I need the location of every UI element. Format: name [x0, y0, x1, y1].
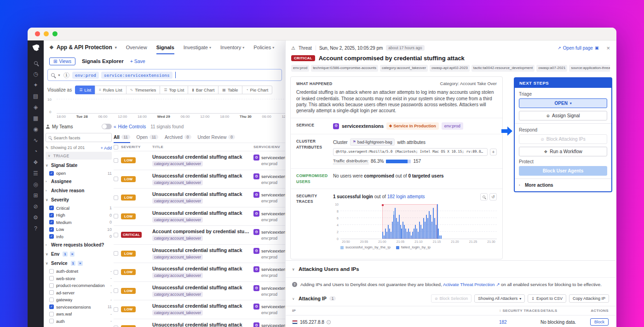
facet-item-open[interactable]: ✓open11 — [46, 170, 112, 177]
checkbox[interactable]: ✓ — [49, 171, 54, 176]
signals-tab-archived[interactable]: Archived0 — [165, 132, 191, 143]
facet-filter-count-badge[interactable]: 1 — [63, 252, 67, 257]
env-chip[interactable]: env:prod — [442, 122, 463, 130]
activate-threat-protection-link[interactable]: Activate Threat Protection ↗ — [443, 282, 500, 287]
signals-tab-open[interactable]: Open11 — [137, 132, 158, 143]
tag-chip[interactable]: category:account_takeover — [380, 65, 428, 72]
category-chip[interactable]: category:account_takeover — [152, 254, 203, 260]
assign-signal-button[interactable]: ⊕ Assign Signal — [519, 111, 607, 120]
row-checkbox[interactable] — [114, 270, 118, 275]
checkbox[interactable]: ✓ — [49, 206, 54, 210]
signal-row[interactable]: LOWUnsuccessful credential stuffing atta… — [114, 282, 294, 301]
signal-row[interactable]: LOWUnsuccessful credential stuffing atta… — [114, 319, 294, 327]
signals-tab-all[interactable]: All11 — [114, 132, 130, 143]
metrics-icon[interactable]: ▤ — [31, 92, 40, 100]
facet-group-signal-state[interactable]: ∨Signal State — [46, 161, 112, 170]
login-attempts-link[interactable]: 182 login attempts — [387, 194, 425, 200]
traces-chart[interactable]: 0246810 20:5020:5521:0021:0521:1021:1521… — [333, 204, 497, 244]
tab-signals[interactable]: Signals — [156, 40, 174, 54]
row-checkbox[interactable] — [114, 251, 118, 256]
facet-item-high[interactable]: ✓High0 — [46, 212, 112, 219]
signal-row[interactable]: LOWUnsuccessful credential stuffing atta… — [114, 151, 294, 170]
search-icon[interactable] — [31, 59, 40, 67]
query-chip-1[interactable]: service:serviceextensions — [101, 72, 172, 79]
viz-top-list[interactable]: ☰Top List — [160, 86, 188, 94]
tag-chip[interactable]: source:application-threats — [569, 65, 610, 72]
legend-item[interactable]: successful_login_by_the_ip — [340, 245, 391, 250]
reset-chart-icon[interactable]: ↺ — [489, 193, 497, 201]
apm-icon[interactable]: ∿ — [31, 136, 40, 144]
facet-item-auth-dotnet[interactable]: auth-dotnet- — [46, 268, 112, 275]
signal-row[interactable]: LOWUnsuccessful credential stuffing atta… — [114, 189, 294, 207]
row-checkbox[interactable] — [114, 195, 118, 200]
facet-group-severity[interactable]: ∨Severity — [46, 195, 112, 205]
row-checkbox[interactable] — [114, 158, 118, 163]
tab-inventory[interactable]: Inventory▾ — [220, 40, 244, 54]
facet-item-medium[interactable]: ✓Medium0 — [46, 219, 112, 226]
viz-bar-chart[interactable]: ▮Bar Chart — [188, 86, 218, 94]
checkbox[interactable] — [49, 269, 54, 274]
viz-rules-list[interactable]: ≡Rules List — [95, 86, 126, 94]
ci-icon[interactable]: ⊘ — [31, 202, 40, 211]
workflows-icon[interactable]: ⊞ — [31, 191, 40, 200]
attacker-ip[interactable]: 165.227.8.8 — [300, 320, 324, 325]
settings-icon[interactable]: ⚙ — [31, 213, 40, 222]
checkbox[interactable]: ✓ — [49, 213, 54, 218]
hide-controls-button[interactable]: « Hide Controls — [114, 124, 146, 129]
facet-item-product-recommendation[interactable]: product-recommendation- — [46, 282, 112, 289]
category-chip[interactable]: category:account_takeover — [152, 310, 203, 316]
close-window-button[interactable] — [35, 31, 40, 36]
facet-item-low[interactable]: ✓Low10 — [46, 226, 112, 233]
block-selection-button[interactable]: ⊘ Block Selection — [431, 294, 472, 303]
category-chip[interactable]: category:account_takeover — [152, 161, 203, 166]
zoom-window-button[interactable] — [52, 31, 58, 36]
facet-group-were-requests-blocked[interactable]: ›Were requests blocked? — [46, 240, 112, 249]
filter-count-badge[interactable]: 1 — [63, 72, 69, 78]
sort-icon[interactable]: ↕ — [499, 309, 501, 313]
logs-icon[interactable]: ☰ — [31, 169, 40, 178]
category-chip[interactable]: category:account_takeover — [152, 292, 203, 297]
signal-row[interactable]: CRITICALAccount compromised by credentia… — [114, 226, 294, 245]
facet-filter-count-badge[interactable]: 1 — [71, 261, 75, 266]
infrastructure-icon[interactable]: ✦ — [31, 81, 40, 89]
checkbox[interactable]: ✓ — [49, 304, 54, 309]
viz-list[interactable]: ☰List — [75, 86, 95, 94]
checkbox[interactable]: ✓ — [49, 227, 54, 232]
facet-group-env[interactable]: ∨Env1× — [46, 249, 112, 258]
info-icon[interactable]: i — [327, 320, 331, 324]
facet-group-assignee[interactable]: ›Assignee — [46, 177, 112, 186]
signals-timeline-chart[interactable]: 10 0 18:00Tue 2806:0012:0018:00Wed 2906:… — [47, 98, 289, 120]
profiling-icon[interactable]: ◔ — [31, 147, 40, 155]
ip-traces-count[interactable]: 182 — [499, 320, 540, 325]
viz-table[interactable]: ▦Table — [218, 86, 242, 94]
more-actions-button[interactable]: › More actions — [519, 183, 607, 188]
row-checkbox[interactable] — [114, 233, 118, 237]
facet-item-auth[interactable]: auth- — [46, 318, 112, 325]
triage-section-header[interactable]: ∨ TRIAGE — [46, 152, 112, 160]
watchdog-icon[interactable]: ◷ — [31, 70, 40, 78]
security-icon[interactable]: ❖ — [31, 158, 40, 166]
checkbox[interactable] — [49, 276, 54, 281]
add-facet-button[interactable]: + Add — [100, 145, 112, 150]
category-chip[interactable]: category:account_takeover — [152, 198, 203, 204]
checkbox[interactable] — [49, 319, 54, 323]
query-search-bar[interactable]: ▼ 1 env:prodservice:serviceextensions — [47, 69, 282, 81]
facet-item-aws-waf[interactable]: aws.waf- — [46, 310, 112, 318]
help-icon[interactable]: ? — [31, 224, 40, 233]
select-all-checkbox[interactable] — [114, 145, 118, 149]
add-attribute-button[interactable]: + — [490, 149, 497, 155]
synthetics-icon[interactable]: ◎ — [31, 180, 40, 189]
clear-filter-icon[interactable]: × — [70, 252, 75, 257]
checkbox[interactable]: ✓ — [49, 234, 54, 239]
attackers-filter-dropdown[interactable]: Showing All Attackers ▾ — [474, 294, 525, 303]
category-chip[interactable]: category:account_takeover — [152, 217, 203, 223]
signal-row[interactable]: LOWUnsuccessful credential stuffing atta… — [114, 300, 294, 319]
category-chip[interactable]: category:account_takeover — [152, 235, 203, 241]
block-attacking-ips-button[interactable]: ⊘ Block Attacking IPs — [519, 134, 607, 144]
tab-overview[interactable]: Overview — [126, 40, 147, 54]
datadog-logo[interactable] — [31, 43, 40, 52]
facet-item-critical[interactable]: ✓Critical1 — [46, 205, 112, 212]
ip-table-row[interactable]: 165.227.8.8 i 182 No blocking data. Bloc… — [286, 316, 615, 327]
facet-search-input[interactable] — [53, 135, 109, 140]
viz-pie-chart[interactable]: ◔Pie Chart — [242, 86, 272, 94]
